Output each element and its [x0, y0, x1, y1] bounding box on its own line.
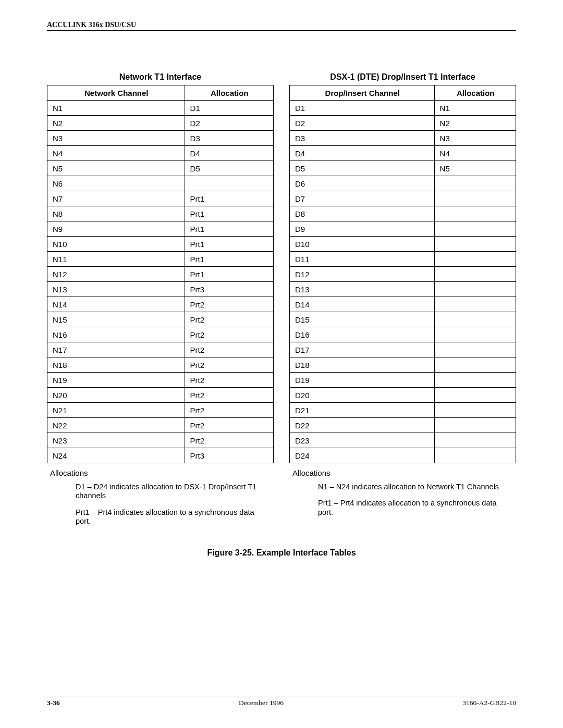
table-cell: D12 [290, 267, 435, 282]
table-cell: N11 [47, 252, 185, 267]
table-cell: N12 [47, 267, 185, 282]
table-row: D18 [290, 357, 516, 373]
footer-page-number: 3-36 [47, 699, 60, 707]
table-cell [434, 267, 516, 282]
table-row: D14 [290, 297, 516, 312]
right-notes: N1 – N24 indicates allocation to Network… [289, 483, 516, 517]
footer-doc-number: 3160-A2-GB22-10 [462, 699, 516, 707]
table-row: N13Prt3 [47, 282, 274, 297]
table-row: D4N4 [290, 146, 516, 161]
table-cell [434, 342, 516, 357]
left-allocations-label: Allocations [47, 468, 274, 477]
right-allocations-label: Allocations [289, 468, 516, 477]
table-cell: N2 [47, 116, 185, 131]
table-row: D8 [290, 206, 516, 221]
table-row: D19 [290, 373, 516, 388]
table-cell [434, 206, 516, 221]
table-row: N2D2 [47, 116, 274, 131]
table-cell: D2 [185, 116, 273, 131]
table-cell: Prt1 [185, 221, 273, 237]
table-cell [434, 418, 516, 433]
table-row: N14Prt2 [47, 297, 274, 312]
table-cell: N24 [47, 448, 185, 463]
table-cell: Prt2 [185, 357, 273, 373]
table-row: D13 [290, 282, 516, 297]
table-cell: D1 [290, 101, 435, 116]
table-row: N15Prt2 [47, 312, 274, 327]
table-cell: N4 [47, 146, 185, 161]
table-cell [434, 282, 516, 297]
table-row: N16Prt2 [47, 327, 274, 342]
table-cell: N17 [47, 342, 185, 357]
table-cell: D5 [290, 161, 435, 176]
table-row: D7 [290, 191, 516, 206]
table-cell: N8 [47, 206, 185, 221]
right-column: DSX-1 (DTE) Drop/Insert T1 Interface Dro… [289, 72, 516, 534]
table-cell: N2 [434, 116, 516, 131]
table-row: N3D3 [47, 131, 274, 146]
table-cell: D4 [185, 146, 273, 161]
table-cell [434, 221, 516, 237]
table-row: D20 [290, 388, 516, 403]
table-cell: N15 [47, 312, 185, 327]
table-row: N18Prt2 [47, 357, 274, 373]
table-cell [434, 297, 516, 312]
table-cell: N10 [47, 237, 185, 252]
table-cell: N18 [47, 357, 185, 373]
table-cell: D8 [290, 206, 435, 221]
table-row: N1D1 [47, 101, 274, 116]
left-notes: D1 – D24 indicates allocation to DSX-1 D… [47, 483, 274, 526]
table-cell [434, 312, 516, 327]
table-row: D3N3 [290, 131, 516, 146]
table-cell: D19 [290, 373, 435, 388]
table-cell: D1 [185, 101, 273, 116]
table-cell: N23 [47, 433, 185, 448]
table-cell: D4 [290, 146, 435, 161]
table-row: N7Prt1 [47, 191, 274, 206]
page-footer: 3-36 December 1996 3160-A2-GB22-10 [47, 697, 516, 707]
left-note-1: D1 – D24 indicates allocation to DSX-1 D… [76, 483, 268, 501]
table-cell: Prt2 [185, 312, 273, 327]
table-cell: Prt2 [185, 433, 273, 448]
table-cell [434, 433, 516, 448]
table-cell: Prt3 [185, 282, 273, 297]
table-cell: N5 [47, 161, 185, 176]
table-cell: Prt1 [185, 191, 273, 206]
table-cell: D2 [290, 116, 435, 131]
table-cell: D14 [290, 297, 435, 312]
table-cell [185, 176, 273, 191]
table-row: D16 [290, 327, 516, 342]
table-cell [434, 252, 516, 267]
table-cell: D6 [290, 176, 435, 191]
table-row: N8Prt1 [47, 206, 274, 221]
table-row: N11Prt1 [47, 252, 274, 267]
table-cell: N3 [47, 131, 185, 146]
table-row: D17 [290, 342, 516, 357]
right-note-2: Prt1 – Prt4 indicates allocation to a sy… [318, 499, 511, 517]
figure-caption: Figure 3-25. Example Interface Tables [47, 548, 516, 558]
table-cell: Prt1 [185, 237, 273, 252]
table-cell: Prt2 [185, 418, 273, 433]
table-cell: N5 [434, 161, 516, 176]
table-row: N9Prt1 [47, 221, 274, 237]
table-row: D11 [290, 252, 516, 267]
left-table: Network Channel Allocation N1D1N2D2N3D3N… [47, 85, 274, 463]
right-table: Drop/Insert Channel Allocation D1N1D2N2D… [289, 85, 516, 463]
left-column: Network T1 Interface Network Channel All… [47, 72, 274, 534]
table-cell: D9 [290, 221, 435, 237]
right-table-title: DSX-1 (DTE) Drop/Insert T1 Interface [289, 72, 516, 82]
table-cell [434, 191, 516, 206]
table-cell: D24 [290, 448, 435, 463]
table-cell [434, 237, 516, 252]
table-row: D6 [290, 176, 516, 191]
left-table-h1: Network Channel [47, 85, 185, 101]
table-cell: Prt1 [185, 206, 273, 221]
table-row: N21Prt2 [47, 403, 274, 418]
left-note-2: Prt1 – Prt4 indicates allocation to a sy… [76, 508, 268, 526]
table-cell: D3 [185, 131, 273, 146]
table-cell: N1 [434, 101, 516, 116]
table-row: D10 [290, 237, 516, 252]
table-cell: N7 [47, 191, 185, 206]
table-cell: D21 [290, 403, 435, 418]
table-row: D5N5 [290, 161, 516, 176]
